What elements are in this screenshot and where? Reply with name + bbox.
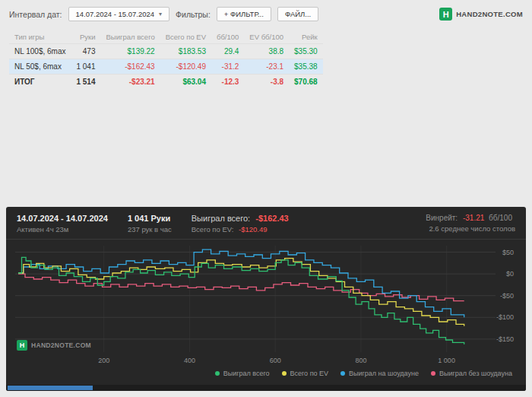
brand-logo: H HAND2NOTE.COM [439, 8, 523, 21]
horizontal-scrollbar[interactable] [6, 385, 526, 391]
session-hands-per-hour: 237 рук в час [128, 225, 172, 233]
x-axis-tick-label: 600 [270, 357, 281, 364]
hand2note-logo-icon: H [439, 8, 452, 21]
session-dates-block: 14.07.2024 - 14.07.2024 Активен 4ч 23м [17, 214, 108, 233]
session-winrate-block: Винрейт: -31.21 бб/100 2.6 среднее число… [426, 214, 515, 233]
column-header[interactable]: Руки [71, 30, 100, 44]
table-cell: $35.38 [289, 59, 323, 75]
winrate-label: Винрейт: [426, 214, 458, 222]
chart-series-line [18, 259, 464, 326]
table-cell: $63.04 [160, 75, 211, 90]
app-window: { "brand": { "name": "HAND2NOTE.COM", "i… [0, 0, 532, 397]
column-header[interactable]: Тип игры [9, 30, 71, 44]
legend-label: Выиграл без шоудауна [439, 370, 512, 377]
x-axis-tick-label: 1 000 [438, 357, 455, 364]
session-hands: 1 041 Руки [128, 214, 172, 223]
date-range-value: 14.07.2024 - 15.07.2024 [76, 10, 155, 18]
y-axis-tick-label: $0 [506, 270, 514, 278]
table-cell: $183.53 [160, 44, 211, 59]
chart-series-line [18, 257, 464, 344]
legend-dot-icon [340, 371, 345, 376]
session-header: 14.07.2024 - 14.07.2024 Активен 4ч 23м 1… [6, 207, 526, 240]
date-interval-label: Интервал дат: [9, 10, 62, 19]
table-cell: NL 50$, 6max [9, 59, 71, 75]
won-total-value: -$162.43 [255, 214, 288, 223]
chart-area: 2004006008001 000$50$0-$50-$100-$150 H H… [15, 243, 517, 367]
column-header[interactable]: EV бб/100 [244, 30, 289, 44]
session-winnings-block: Выиграл всего: -$162.43 Всего по EV: -$1… [192, 214, 289, 233]
legend-label: Выиграл всего [223, 370, 270, 377]
legend-item[interactable]: Выиграл всего [215, 370, 270, 377]
session-chart-panel: 14.07.2024 - 14.07.2024 Активен 4ч 23м 1… [6, 207, 526, 391]
table-cell: $139.22 [100, 44, 160, 59]
session-hands-block: 1 041 Руки 237 рук в час [128, 214, 172, 233]
table-cell: -$162.43 [100, 59, 160, 75]
scrollbar-thumb[interactable] [8, 386, 93, 390]
legend-item[interactable]: Всего по EV [282, 370, 328, 377]
won-total-label: Выиграл всего: [192, 214, 250, 223]
table-cell: $70.68 [289, 75, 323, 90]
y-axis-tick-label: -$50 [500, 292, 514, 300]
table-row[interactable]: ИТОГ1 514-$23.21$63.04-12.3-3.8$70.68 [9, 75, 323, 90]
legend-dot-icon [431, 371, 435, 376]
column-header[interactable]: Всего по EV [160, 30, 211, 44]
x-axis-tick-label: 400 [184, 357, 195, 364]
table-cell: NL 100$, 6max [9, 44, 71, 59]
avg-tables: 2.6 среднее число столов [426, 224, 515, 233]
table-cell: -$23.21 [100, 75, 160, 90]
hand2note-logo-icon: H [17, 340, 27, 351]
column-header[interactable]: бб/100 [211, 30, 244, 44]
legend-dot-icon [282, 371, 287, 376]
legend-item[interactable]: Выиграл без шоудауна [431, 370, 512, 377]
session-date-range: 14.07.2024 - 14.07.2024 [17, 214, 108, 223]
file-button[interactable]: ФАЙЛ... [277, 7, 318, 21]
column-header[interactable]: Выиграл всего [100, 30, 160, 44]
y-axis-tick-label: -$100 [496, 313, 514, 321]
column-header[interactable]: Рейк [289, 30, 323, 44]
chevron-down-icon: ▾ [159, 11, 162, 17]
table-cell: $35.30 [289, 44, 323, 59]
y-axis-tick-label: $50 [502, 249, 514, 256]
brand-name: HAND2NOTE.COM [456, 10, 523, 18]
table-cell: -$120.49 [160, 59, 211, 75]
chart-legend: Выиграл всегоВсего по EVВыиграл на шоуда… [6, 367, 526, 377]
chart-series-line [18, 274, 464, 301]
table-cell: -3.8 [244, 75, 289, 90]
y-axis-tick-label: -$150 [496, 335, 514, 343]
table-cell: ИТОГ [9, 75, 71, 90]
table-cell: 473 [71, 44, 100, 59]
date-range-selector[interactable]: 14.07.2024 - 15.07.2024 ▾ [68, 7, 170, 21]
add-filter-button[interactable]: + ФИЛЬТР... [217, 7, 271, 21]
table-cell: 29.4 [211, 44, 244, 59]
legend-label: Всего по EV [290, 370, 328, 377]
table-cell: 1 514 [71, 75, 100, 90]
stats-table: Тип игрыРукиВыиграл всегоВсего по EVбб/1… [9, 30, 323, 89]
table-row[interactable]: NL 100$, 6max473$139.22$183.5329.438.8$3… [9, 44, 323, 59]
table-cell: 38.8 [244, 44, 289, 59]
table-cell: 1 041 [71, 59, 100, 75]
ev-total-value: -$120.49 [239, 225, 268, 233]
legend-dot-icon [215, 371, 220, 376]
table-header-row: Тип игрыРукиВыиграл всегоВсего по EVбб/1… [9, 30, 323, 44]
winrate-value: -31.21 [463, 214, 484, 222]
winrate-unit: бб/100 [489, 214, 512, 222]
x-axis-tick-label: 200 [98, 357, 109, 364]
legend-item[interactable]: Выиграл на шоудауне [340, 370, 419, 377]
table-cell: -31.2 [211, 59, 244, 75]
legend-label: Выиграл на шоудауне [349, 370, 419, 377]
chart-watermark: H HAND2NOTE.COM [17, 340, 91, 351]
toolbar: Интервал дат: 14.07.2024 - 15.07.2024 ▾ … [0, 0, 532, 21]
watermark-text: HAND2NOTE.COM [31, 341, 91, 349]
table-cell: -12.3 [211, 75, 244, 90]
x-axis-tick-label: 800 [355, 357, 366, 364]
filters-label: Фильтры: [176, 10, 211, 19]
table-cell: -23.1 [244, 59, 289, 75]
session-active-time: Активен 4ч 23м [17, 225, 108, 233]
ev-total-label: Всего по EV: [192, 225, 234, 233]
table-row[interactable]: NL 50$, 6max1 041-$162.43-$120.49-31.2-2… [9, 59, 323, 75]
